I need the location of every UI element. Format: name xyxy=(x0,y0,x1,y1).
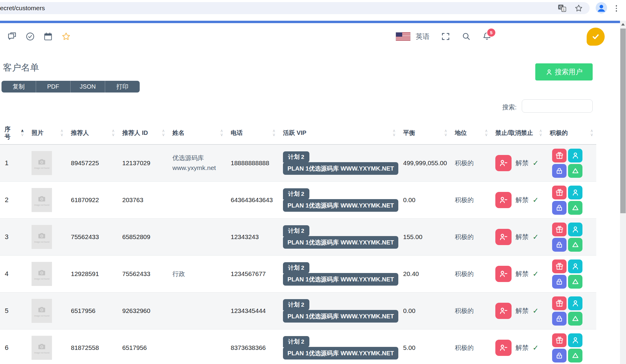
ban-user-button[interactable] xyxy=(495,303,512,319)
cell-balance: 499,999,055.00 xyxy=(399,159,450,167)
header-referrer[interactable]: 推荐人∧∨ xyxy=(66,122,118,144)
check-icon: ✓ xyxy=(533,307,539,315)
table-row: 6 Image not found 81872558 6517956 83736… xyxy=(0,329,596,364)
unban-label: 解禁 xyxy=(515,196,529,205)
kebab-menu-icon[interactable] xyxy=(614,4,619,13)
cell-referrer: 81872558 xyxy=(66,344,118,351)
browser-chrome: ecret/customers G文 xyxy=(0,0,626,21)
cell-status: 积极的 xyxy=(450,159,491,167)
photo-placeholder[interactable]: Image not found xyxy=(32,336,52,360)
bookmark-star-icon[interactable] xyxy=(574,4,583,14)
lock-button[interactable] xyxy=(552,164,567,178)
check-icon: ✓ xyxy=(533,270,539,278)
cell-referrer: 12928591 xyxy=(66,270,118,278)
header-photo[interactable]: 照片∧∨ xyxy=(27,122,66,144)
lock-button[interactable] xyxy=(552,275,567,289)
cell-actions xyxy=(545,333,596,362)
table-body: 1 Image not found 89457225 12137029 优选源码… xyxy=(0,145,596,364)
search-user-button[interactable]: 搜索用户 xyxy=(535,63,593,80)
lock-button[interactable] xyxy=(552,201,567,215)
search-user-label: 搜索用户 xyxy=(555,67,582,77)
gift-button[interactable] xyxy=(552,223,567,236)
cell-status: 积极的 xyxy=(450,233,491,241)
us-flag-icon[interactable] xyxy=(396,32,410,41)
translate-icon[interactable]: G文 xyxy=(558,4,567,14)
upgrade-button[interactable] xyxy=(568,164,582,178)
upgrade-button[interactable] xyxy=(568,201,582,215)
header-balance[interactable]: 平衡∧∨ xyxy=(399,122,450,144)
table-row: 3 Image not found 75562433 65852809 1234… xyxy=(0,219,596,256)
check-icon: ✓ xyxy=(533,159,539,167)
pdf-button[interactable]: PDF xyxy=(36,81,71,93)
vip-badge-plan1: PLAN 1优选源码库 WWW.YXYMK.NET xyxy=(283,199,398,212)
header-status[interactable]: 地位∧∨ xyxy=(450,122,491,144)
gift-button[interactable] xyxy=(552,149,567,162)
photo-caption: Image not found xyxy=(34,352,50,354)
bell-icon[interactable]: 5 xyxy=(482,32,492,41)
check-icon: ✓ xyxy=(533,344,539,352)
upgrade-button[interactable] xyxy=(568,312,582,326)
lock-button[interactable] xyxy=(552,349,567,362)
header-phone[interactable]: 电话∧∨ xyxy=(226,122,278,144)
header-ban[interactable]: 禁止/取消禁止∧∨ xyxy=(491,122,545,144)
fullscreen-icon[interactable] xyxy=(441,32,450,41)
search-icon[interactable] xyxy=(462,32,471,41)
gift-button[interactable] xyxy=(552,296,567,310)
language-label[interactable]: 英语 xyxy=(416,32,430,41)
user-button[interactable] xyxy=(568,259,582,273)
photo-placeholder[interactable]: Image not found xyxy=(32,151,52,175)
cell-referrer: 6517956 xyxy=(66,307,118,314)
header-vip[interactable]: 活跃 VIP∧∨ xyxy=(278,122,399,144)
upgrade-button[interactable] xyxy=(568,275,582,289)
lock-button[interactable] xyxy=(552,312,567,326)
header-referrer-id[interactable]: 推荐人 ID∧∨ xyxy=(118,122,168,144)
cell-referrer-id: 92632960 xyxy=(118,307,168,314)
lock-button[interactable] xyxy=(552,238,567,252)
user-button[interactable] xyxy=(568,333,582,347)
user-button[interactable] xyxy=(568,223,582,236)
gift-button[interactable] xyxy=(552,186,567,199)
upgrade-button[interactable] xyxy=(568,238,582,252)
header-active[interactable]: 积极的∧∨ xyxy=(545,122,596,144)
cell-seq: 5 xyxy=(0,307,27,315)
table-row: 2 Image not found 61870922 203763 643643… xyxy=(0,182,596,219)
calendar-icon[interactable] xyxy=(43,31,53,42)
user-button[interactable] xyxy=(568,149,582,162)
cell-status: 积极的 xyxy=(450,344,491,352)
cell-ban: 解禁 ✓ xyxy=(491,266,545,282)
chat-icon[interactable] xyxy=(7,31,17,42)
header-name[interactable]: 姓名∧∨ xyxy=(168,122,226,144)
user-button[interactable] xyxy=(568,296,582,310)
photo-placeholder[interactable]: Image not found xyxy=(32,299,52,323)
user-button[interactable] xyxy=(568,186,582,199)
scroll-up-arrow[interactable] xyxy=(621,23,625,26)
theme-check-fab[interactable] xyxy=(587,28,605,46)
scrollbar-thumb[interactable] xyxy=(620,29,626,213)
cell-seq: 3 xyxy=(0,233,27,241)
vertical-scrollbar[interactable] xyxy=(620,21,626,364)
url-bar[interactable]: ecret/customers G文 xyxy=(0,2,590,14)
cell-balance: 0.00 xyxy=(399,196,450,204)
gift-button[interactable] xyxy=(552,259,567,273)
unban-label: 解禁 xyxy=(515,159,529,168)
ban-user-button[interactable] xyxy=(495,192,512,208)
photo-placeholder[interactable]: Image not found xyxy=(32,188,52,212)
photo-placeholder[interactable]: Image not found xyxy=(32,225,52,249)
json-button[interactable]: JSON xyxy=(71,81,105,93)
upgrade-button[interactable] xyxy=(568,349,582,362)
app-header: 英语 5 xyxy=(0,23,620,50)
cell-phone: 643643643643 xyxy=(226,196,278,204)
gift-button[interactable] xyxy=(552,333,567,347)
ban-user-button[interactable] xyxy=(495,229,512,245)
table-search-input[interactable] xyxy=(522,99,593,113)
profile-avatar[interactable] xyxy=(596,2,607,14)
ban-user-button[interactable] xyxy=(495,340,512,356)
header-seq[interactable]: 序号∧∨ xyxy=(0,122,27,144)
star-icon[interactable] xyxy=(61,31,71,42)
photo-placeholder[interactable]: Image not found xyxy=(32,262,52,286)
ban-user-button[interactable] xyxy=(495,266,512,282)
ban-user-button[interactable] xyxy=(495,155,512,171)
check-circle-icon[interactable] xyxy=(25,31,35,42)
copy-button[interactable]: 复制 xyxy=(2,81,36,93)
print-button[interactable]: 打印 xyxy=(105,81,140,93)
